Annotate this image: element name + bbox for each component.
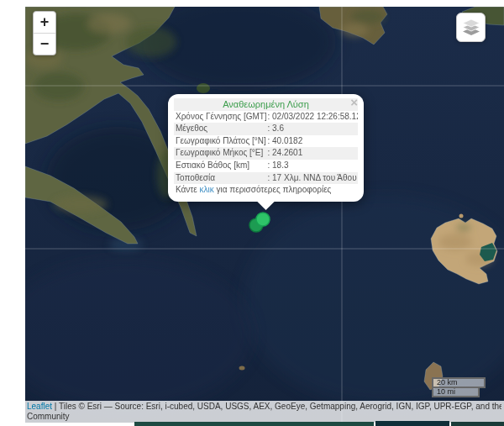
row-label-origin-time: Χρόνος Γέννησης [GMT]	[174, 111, 266, 124]
zoom-control: + −	[33, 11, 56, 55]
below-map-strip-right	[451, 422, 504, 426]
attribution-line2: Community	[27, 412, 501, 422]
scale-control: 20 km 10 mi	[432, 377, 486, 397]
scale-mi: 10 mi	[432, 388, 480, 397]
earthquake-popup: × Αναθεωρημένη Λύση Χρόνος Γέννησης [GMT…	[168, 94, 364, 202]
below-map-strip-middle	[375, 421, 449, 426]
row-label-latitude: Γεωγραφικό Πλάτος [°N]	[174, 135, 266, 148]
layers-control[interactable]	[456, 13, 486, 42]
earthquake-marker[interactable]	[245, 207, 276, 240]
map-viewport[interactable]: × Αναθεωρημένη Λύση Χρόνος Γέννησης [GMT…	[25, 7, 504, 423]
row-value-depth: : 18.3	[266, 160, 359, 172]
row-value-location: : 17 Χλμ. ΝΝΔ του Άθου	[266, 172, 359, 185]
earthquake-table: Αναθεωρημένη Λύση Χρόνος Γέννησης [GMT] …	[174, 98, 358, 197]
row-value-longitude: : 24.2601	[266, 147, 359, 160]
marker-glyph	[245, 207, 276, 237]
row-label-longitude: Γεωγραφικό Μήκος [°E]	[174, 147, 266, 160]
leaflet-link[interactable]: Leaflet	[27, 402, 52, 411]
popup-close-button[interactable]: ×	[350, 96, 358, 108]
attribution-text: Tiles © Esri — Source: Esri, i-cubed, US…	[59, 402, 501, 411]
row-label-magnitude: Μέγεθος	[174, 123, 266, 135]
row-value-origin-time: : 02/03/2022 12:26:58.12	[266, 111, 359, 124]
row-label-location: Τοποθεσία	[174, 172, 266, 185]
below-map-strip-left	[134, 422, 374, 426]
popup-content: Αναθεωρημένη Λύση Χρόνος Γέννησης [GMT] …	[174, 98, 358, 197]
row-value-latitude: : 40.0182	[266, 135, 359, 148]
layers-icon	[461, 18, 481, 36]
row-value-magnitude: : 3.6	[266, 123, 359, 135]
page: × Αναθεωρημένη Λύση Χρόνος Γέννησης [GMT…	[0, 0, 504, 426]
attribution-separator: |	[52, 402, 59, 411]
zoom-out-button[interactable]: −	[34, 34, 55, 55]
attribution: Leaflet | Tiles © Esri — Source: Esri, i…	[25, 401, 504, 423]
footer-text-post: για περισσότερες πληροφορίες	[214, 185, 332, 194]
more-info-link[interactable]: κλικ	[200, 185, 214, 194]
zoom-in-button[interactable]: +	[34, 12, 55, 34]
attribution-line1: Leaflet | Tiles © Esri — Source: Esri, i…	[27, 402, 501, 412]
row-label-depth: Εστιακό Βάθος [km]	[174, 160, 266, 172]
footer-text-pre: Κάντε	[176, 185, 200, 194]
popup-title: Αναθεωρημένη Λύση	[174, 98, 358, 111]
